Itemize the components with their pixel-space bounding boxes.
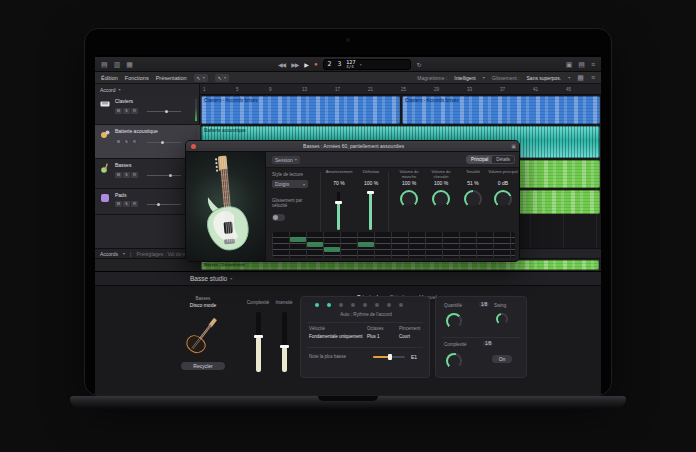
complexity-slider[interactable] [256, 312, 261, 372]
complexity-fill-value[interactable]: 1/8 [483, 341, 493, 346]
lcd-display[interactable]: 2 3 127 4/4 ▾ [323, 59, 411, 70]
definition-slider[interactable] [369, 192, 372, 230]
menu-edition[interactable]: Édition [101, 75, 118, 81]
record-enable-button[interactable]: R [131, 172, 138, 178]
menu-fonctions[interactable]: Fonctions [125, 75, 149, 81]
pattern-step[interactable] [351, 303, 355, 307]
bar-ruler[interactable]: Accord ▾ 1 5 9 13 17 21 25 29 33 37 41 4… [95, 84, 601, 95]
record-enable-button[interactable]: R [131, 201, 138, 207]
pattern-step[interactable] [339, 303, 343, 307]
mute-button[interactable]: M [115, 108, 122, 114]
tab-details[interactable]: Détails [492, 156, 514, 163]
chevron-down-icon: ▾ [203, 75, 205, 80]
bass-plugin-window[interactable]: Basses : Années 60, partiellement assour… [185, 140, 520, 262]
pluck-stepper[interactable]: Court [399, 334, 410, 339]
chord-track-header[interactable]: Accord ▾ [95, 84, 200, 95]
preset-menu[interactable]: Session ▾ [272, 156, 300, 164]
snap-menu[interactable]: Intelligent [454, 75, 475, 81]
command-click-tool[interactable]: ↖ ▾ [215, 74, 229, 82]
volume-thumb[interactable] [165, 110, 168, 113]
drag-menu[interactable]: Sans superpos. [527, 75, 562, 81]
bridge-volume-label: Volume du chevalet [424, 170, 458, 179]
editor-header: Basse studio ▾ [95, 272, 601, 286]
track-name[interactable]: Basses [115, 162, 131, 168]
forward-button[interactable]: ▶▶ [291, 61, 298, 68]
octaves-stepper[interactable]: Plus 1 [367, 334, 380, 339]
library-icon[interactable]: ▤ [578, 61, 585, 68]
volume-slider[interactable] [147, 111, 181, 112]
lowest-note-slider[interactable] [373, 356, 405, 358]
presets-menu[interactable]: Préréglages : Vol de nuit [136, 251, 190, 257]
solo-button[interactable]: S [123, 172, 130, 178]
tab-principal[interactable]: Principal [467, 156, 492, 163]
link-icon[interactable]: ▣ [511, 144, 516, 149]
midi-region-claviers[interactable]: Claviers - Accords brisés [201, 96, 400, 124]
complexity-fill-knob[interactable] [446, 353, 462, 369]
record-button[interactable]: ● [314, 61, 317, 67]
mute-button[interactable]: M [115, 139, 122, 145]
rewind-button[interactable]: ◀◀ [278, 61, 285, 68]
player-name[interactable]: Disco mode [161, 302, 245, 308]
volume-thumb[interactable] [157, 203, 160, 206]
track-name[interactable]: Batterie acoustique [115, 128, 158, 134]
region-name: Basses - Décontracté [204, 262, 245, 267]
ruler-tick: 17 [335, 87, 340, 92]
play-button[interactable]: ▶ [304, 61, 308, 68]
damping-slider[interactable] [337, 192, 340, 230]
midi-region-claviers[interactable]: Claviers - Accords brisés [402, 96, 600, 124]
pattern-step[interactable] [363, 303, 367, 307]
pattern-step[interactable] [327, 303, 331, 307]
slide-velocity-switch[interactable] [272, 214, 285, 221]
track-name[interactable]: Pads [115, 192, 126, 198]
laptop-base-notch [318, 396, 378, 401]
volume-slider[interactable] [147, 204, 181, 205]
menu-icon[interactable]: ≡ [591, 61, 595, 68]
sidebar-toggle-icon[interactable]: ▤ [101, 61, 108, 68]
mixer-icon[interactable]: ▦ [126, 61, 133, 68]
master-volume-knob[interactable] [494, 190, 512, 208]
intensity-slider[interactable] [282, 312, 287, 372]
volume-slider[interactable] [147, 142, 181, 143]
list-editors-icon[interactable]: ▣ [566, 61, 573, 68]
ruler-tick: 45 [566, 87, 571, 92]
cycle-button[interactable]: ↻ [417, 61, 421, 68]
left-click-tool[interactable]: ↖ ▾ [194, 74, 208, 82]
plugin-title-bar[interactable]: Basses : Années 60, partiellement assour… [186, 141, 520, 152]
close-button[interactable] [191, 144, 196, 149]
volume-thumb[interactable] [169, 174, 172, 177]
velocity-value-menu[interactable]: Fondamentale uniquement [309, 334, 363, 339]
track-name[interactable]: Claviers [115, 98, 133, 104]
mute-button[interactable]: M [115, 172, 122, 178]
volume-slider[interactable] [147, 175, 181, 176]
quantize-value[interactable]: 1/8 [479, 302, 489, 307]
neck-volume-knob[interactable] [400, 190, 418, 208]
track-header-claviers[interactable]: Claviers M S R [95, 95, 200, 125]
grid-icon[interactable]: ▦ [577, 74, 584, 81]
pattern-step[interactable] [315, 303, 319, 307]
pattern-step[interactable] [375, 303, 379, 307]
mute-button[interactable]: M [115, 201, 122, 207]
pattern-step[interactable] [399, 303, 403, 307]
on-button[interactable]: On [492, 355, 512, 363]
play-style-menu[interactable]: Doigts ▾ [272, 180, 308, 188]
fretboard-display[interactable] [272, 232, 515, 258]
chevron-down-icon: ▾ [303, 182, 305, 187]
menu-presentation[interactable]: Présentation [156, 75, 187, 81]
solo-button[interactable]: S [123, 139, 130, 145]
editor-title[interactable]: Basse studio ▾ [190, 275, 232, 282]
record-enable-button[interactable]: R [131, 139, 138, 145]
pattern-step[interactable] [387, 303, 391, 307]
bridge-volume-knob[interactable] [432, 190, 450, 208]
inspector-icon[interactable]: ▥ [114, 61, 121, 68]
bass-guitar-image [186, 152, 266, 262]
quantize-knob[interactable] [446, 313, 462, 329]
menu-icon[interactable]: ≡ [591, 74, 595, 81]
solo-button[interactable]: S [123, 108, 130, 114]
swing-knob[interactable] [496, 313, 508, 325]
record-enable-button[interactable]: R [131, 108, 138, 114]
tab-accords[interactable]: Accords [100, 251, 118, 257]
volume-thumb[interactable] [161, 141, 164, 144]
solo-button[interactable]: S [123, 201, 130, 207]
tone-knob[interactable] [464, 190, 482, 208]
recycle-button[interactable]: Recycler [181, 362, 225, 370]
